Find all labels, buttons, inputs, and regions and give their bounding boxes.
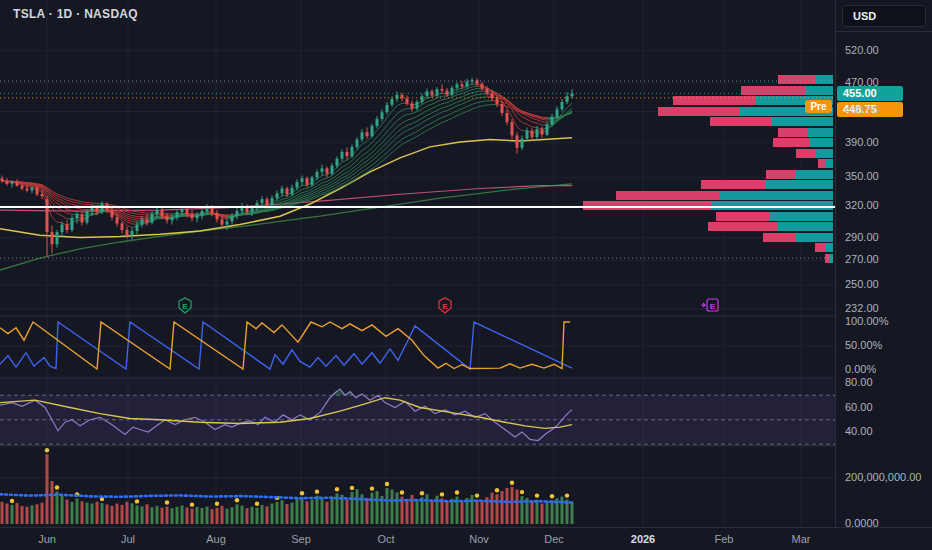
time-axis-label: Mar: [792, 533, 811, 545]
symbol-title[interactable]: TSLA · 1D · NASDAQ: [13, 7, 138, 21]
volume-bar: [461, 502, 464, 524]
candle-body: [6, 181, 9, 184]
volume-profile-buy: [796, 233, 833, 242]
candle-body: [461, 84, 464, 86]
volume-profile-sell: [673, 96, 756, 105]
candle-body: [31, 188, 34, 191]
candle-body: [266, 199, 269, 205]
volume-highlight-dot: [300, 491, 304, 495]
volume-bar: [31, 505, 34, 524]
volume-bar: [356, 489, 359, 524]
volume-profile-sell: [701, 180, 765, 189]
candle-body: [191, 214, 194, 218]
volume-highlight-dot: [370, 486, 374, 490]
candle-body: [361, 132, 364, 139]
candle-body: [286, 189, 289, 195]
ema-ribbon-down: [2, 97, 547, 217]
volume-profile-sell: [818, 159, 825, 168]
candle-body: [231, 216, 234, 221]
volume-bar: [561, 497, 564, 524]
volume-bar: [181, 505, 184, 524]
volume-bar: [251, 507, 254, 524]
ema-ribbon-up: [67, 86, 572, 224]
volume-bar: [106, 504, 109, 524]
volume-bar: [431, 501, 434, 524]
candle-body: [326, 168, 329, 173]
volume-profile-buy: [770, 212, 833, 221]
price-axis[interactable]: USD 455.00 448.75 520.00470.00430.00390.…: [835, 0, 932, 550]
candle-body: [36, 188, 39, 195]
candle-body: [126, 230, 129, 235]
rsi-axis-label: 40.00: [845, 425, 873, 437]
volume-bar: [501, 491, 504, 524]
candle-body: [406, 98, 409, 103]
volume-bar: [286, 504, 289, 524]
currency-button[interactable]: USD: [842, 5, 926, 27]
volume-highlight-dot: [420, 491, 424, 495]
volume-highlight-dot: [255, 502, 259, 506]
earnings-marker-icon[interactable]: E: [439, 298, 451, 313]
volume-bar: [226, 509, 229, 524]
volume-bar: [91, 504, 94, 524]
candle-body: [421, 96, 424, 102]
candle-body: [296, 182, 299, 188]
candle-body: [46, 199, 49, 232]
volume-axis-label: 200,000,000.00: [845, 471, 921, 483]
candle-body: [226, 221, 229, 224]
volume-bar: [366, 498, 369, 524]
volume-profile-sell: [658, 107, 740, 116]
candle-body: [536, 129, 539, 137]
volume-profile-buy: [816, 149, 833, 158]
candle-body: [436, 89, 439, 95]
volume-bar: [6, 504, 9, 524]
volume-highlight-dot: [235, 498, 239, 502]
earnings-marker-icon[interactable]: E: [179, 298, 191, 313]
volume-profile-sell: [773, 138, 810, 147]
volume-highlight-dot: [550, 494, 554, 498]
time-axis-label: Jul: [121, 533, 135, 545]
candle-body: [276, 193, 279, 198]
candle-body: [76, 214, 79, 218]
volume-bar: [81, 501, 84, 524]
volume-profile-sell: [796, 149, 816, 158]
candle-body: [516, 135, 519, 147]
time-axis-label: 2026: [631, 533, 655, 545]
volume-bar: [521, 496, 524, 524]
price-axis-label: 430.00: [845, 104, 879, 116]
candle-body: [381, 112, 384, 119]
ema-ribbon-down: [2, 101, 547, 216]
candle-body: [346, 152, 349, 156]
volume-profile-sell: [763, 233, 796, 242]
volume-profile-buy: [765, 180, 833, 189]
volume-bar: [201, 508, 204, 524]
volume-highlight-dot: [45, 448, 49, 452]
volume-profile-sell: [583, 201, 711, 210]
candle-body: [141, 219, 144, 224]
candle-body: [251, 208, 254, 212]
volume-bar: [176, 507, 179, 524]
candle-body: [61, 225, 64, 233]
time-axis[interactable]: JunJulAugSepOctNovDec2026FebMar: [0, 527, 932, 550]
price-axis-label: 270.00: [845, 253, 879, 265]
candle-body: [321, 168, 324, 172]
volume-bar: [26, 507, 29, 524]
volume-bar: [11, 505, 14, 524]
volume-bar: [346, 500, 349, 524]
volume-bar: [156, 506, 159, 524]
candle-body: [166, 216, 169, 220]
price-axis-label: 320.00: [845, 199, 879, 211]
premarket-pill: Pre: [805, 100, 832, 113]
volume-bar: [511, 487, 514, 524]
volume-bar: [496, 494, 499, 524]
volume-highlight-dot: [510, 481, 514, 485]
candle-body: [416, 102, 419, 109]
candle-body: [306, 178, 309, 184]
volume-highlight-dot: [215, 502, 219, 506]
candle-body: [371, 126, 374, 136]
volume-highlight-dot: [315, 489, 319, 493]
volume-highlight-dot: [350, 486, 354, 490]
volume-bar: [71, 502, 74, 524]
price-chart-canvas[interactable]: EEE: [0, 0, 932, 550]
candle-body: [156, 210, 159, 214]
volume-bar: [216, 508, 219, 524]
